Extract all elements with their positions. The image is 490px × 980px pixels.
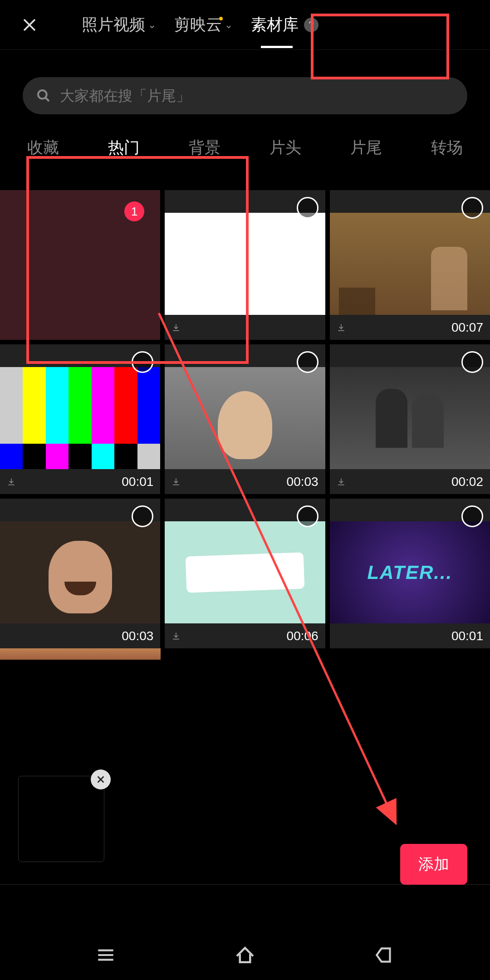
duration: 00:02 (451, 475, 483, 489)
svg-point-2 (38, 90, 47, 99)
select-circle[interactable] (461, 505, 483, 527)
download-icon (172, 632, 181, 641)
thumbnail: LATER... (330, 521, 490, 623)
select-circle[interactable] (461, 351, 483, 373)
search-icon (36, 88, 51, 103)
chevron-down-icon: ⌄ (148, 19, 156, 31)
cat-outro[interactable]: 片尾 (337, 132, 396, 163)
duration: 00:03 (287, 475, 318, 489)
download-icon (7, 477, 16, 486)
duration: 00:06 (287, 629, 318, 643)
download-icon (172, 323, 181, 332)
duration: 00:01 (122, 475, 153, 489)
help-icon[interactable]: ? (304, 18, 318, 32)
download-icon (337, 477, 346, 486)
close-button[interactable] (18, 14, 41, 36)
thumbnail (330, 213, 490, 315)
duration: 00:01 (451, 629, 483, 643)
grid-item[interactable]: 00:07 (330, 190, 490, 340)
search-input[interactable] (60, 88, 454, 104)
close-icon (96, 774, 106, 784)
grid-item[interactable]: 00:03 (165, 344, 325, 494)
header: 照片视频 ⌄ 剪映云 ⌄ 素材库 ? (0, 0, 490, 50)
item-footer: 00:02 (330, 469, 490, 494)
menu-icon[interactable] (94, 944, 117, 966)
search-container (23, 77, 467, 114)
duration: 00:07 (451, 320, 483, 335)
grid-item[interactable]: LATER... 00:01 (330, 499, 490, 648)
grid-item[interactable] (165, 190, 325, 340)
duration: 00:03 (122, 629, 153, 643)
select-circle[interactable] (461, 197, 483, 219)
nav-bar (0, 930, 490, 980)
tab-label: 剪映云 (174, 14, 222, 35)
partial-grid-item[interactable] (0, 648, 161, 660)
tab-indicator (261, 46, 293, 48)
item-footer: 00:03 (0, 623, 160, 648)
select-circle[interactable] (297, 197, 318, 219)
add-button-row: 添加 (0, 821, 490, 885)
item-footer: 00:01 (0, 469, 160, 494)
download-icon (337, 323, 346, 332)
selection-badge[interactable]: 1 (124, 201, 144, 221)
select-circle[interactable] (297, 351, 318, 373)
grid-item[interactable]: 00:06 (165, 499, 325, 648)
grid-item[interactable]: 1 (0, 190, 160, 340)
select-circle[interactable] (297, 505, 318, 527)
chevron-down-icon: ⌄ (225, 19, 233, 31)
cat-background[interactable]: 背景 (175, 132, 234, 163)
later-text: LATER... (367, 562, 452, 583)
back-icon[interactable] (373, 944, 396, 966)
item-footer: 00:07 (330, 315, 490, 340)
tab-label: 素材库 (251, 14, 299, 35)
item-footer: 00:06 (165, 623, 325, 648)
material-grid: 1 00:07 (0, 190, 490, 648)
grid-item[interactable]: 00:01 (0, 344, 160, 494)
download-icon (172, 477, 181, 486)
grid-item[interactable]: 00:02 (330, 344, 490, 494)
category-tabs: 收藏 热门 背景 片头 片尾 转场 (0, 132, 490, 163)
item-footer: 00:03 (165, 469, 325, 494)
top-tabs: 照片视频 ⌄ 剪映云 ⌄ 素材库 ? (82, 14, 318, 35)
tab-label: 照片视频 (82, 14, 145, 35)
remove-button[interactable] (91, 769, 111, 789)
search-box[interactable] (23, 77, 467, 114)
thumbnail (0, 367, 160, 469)
thumbnail (165, 213, 325, 315)
cat-transition[interactable]: 转场 (417, 132, 476, 163)
tab-cloud[interactable]: 剪映云 ⌄ (174, 14, 233, 35)
cat-intro[interactable]: 片头 (256, 132, 315, 163)
tab-material-library[interactable]: 素材库 ? (251, 14, 318, 35)
item-footer (165, 315, 325, 340)
notification-dot-icon (219, 17, 223, 20)
thumbnail (330, 367, 490, 469)
cat-hot[interactable]: 热门 (94, 132, 153, 163)
thumbnail (0, 521, 160, 623)
svg-line-3 (45, 98, 49, 101)
thumbnail (165, 521, 325, 623)
select-circle[interactable] (132, 351, 153, 373)
add-button[interactable]: 添加 (400, 844, 467, 885)
bottom-bar: 添加 (0, 821, 490, 980)
tab-photos-videos[interactable]: 照片视频 ⌄ (82, 14, 156, 35)
item-footer: 00:01 (330, 623, 490, 648)
select-circle[interactable] (132, 505, 153, 527)
thumbnail (165, 367, 325, 469)
grid-item[interactable]: 00:03 (0, 499, 160, 648)
cat-favorites[interactable]: 收藏 (14, 132, 73, 163)
home-icon[interactable] (233, 943, 257, 967)
